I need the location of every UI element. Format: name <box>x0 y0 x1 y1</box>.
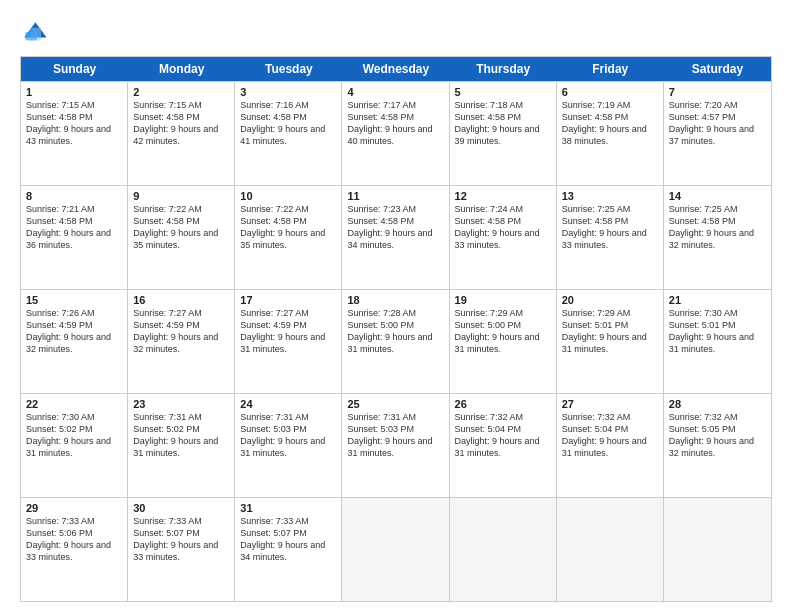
day-number: 24 <box>240 398 336 410</box>
day-number: 13 <box>562 190 658 202</box>
cell-info: Sunrise: 7:21 AMSunset: 4:58 PMDaylight:… <box>26 203 122 252</box>
calendar-cell: 10Sunrise: 7:22 AMSunset: 4:58 PMDayligh… <box>235 186 342 289</box>
cell-info: Sunrise: 7:18 AMSunset: 4:58 PMDaylight:… <box>455 99 551 148</box>
day-number: 1 <box>26 86 122 98</box>
calendar-row-4: 22Sunrise: 7:30 AMSunset: 5:02 PMDayligh… <box>21 393 771 497</box>
day-number: 22 <box>26 398 122 410</box>
calendar-cell: 18Sunrise: 7:28 AMSunset: 5:00 PMDayligh… <box>342 290 449 393</box>
calendar-cell: 25Sunrise: 7:31 AMSunset: 5:03 PMDayligh… <box>342 394 449 497</box>
calendar-cell: 15Sunrise: 7:26 AMSunset: 4:59 PMDayligh… <box>21 290 128 393</box>
day-number: 9 <box>133 190 229 202</box>
calendar-cell: 5Sunrise: 7:18 AMSunset: 4:58 PMDaylight… <box>450 82 557 185</box>
day-number: 26 <box>455 398 551 410</box>
day-number: 8 <box>26 190 122 202</box>
cell-info: Sunrise: 7:29 AMSunset: 5:00 PMDaylight:… <box>455 307 551 356</box>
cell-info: Sunrise: 7:29 AMSunset: 5:01 PMDaylight:… <box>562 307 658 356</box>
day-number: 14 <box>669 190 766 202</box>
calendar-cell: 23Sunrise: 7:31 AMSunset: 5:02 PMDayligh… <box>128 394 235 497</box>
cell-info: Sunrise: 7:25 AMSunset: 4:58 PMDaylight:… <box>669 203 766 252</box>
cell-info: Sunrise: 7:20 AMSunset: 4:57 PMDaylight:… <box>669 99 766 148</box>
day-number: 23 <box>133 398 229 410</box>
cell-info: Sunrise: 7:22 AMSunset: 4:58 PMDaylight:… <box>133 203 229 252</box>
calendar-cell: 28Sunrise: 7:32 AMSunset: 5:05 PMDayligh… <box>664 394 771 497</box>
cell-info: Sunrise: 7:22 AMSunset: 4:58 PMDaylight:… <box>240 203 336 252</box>
cell-info: Sunrise: 7:30 AMSunset: 5:01 PMDaylight:… <box>669 307 766 356</box>
day-number: 5 <box>455 86 551 98</box>
cell-info: Sunrise: 7:31 AMSunset: 5:02 PMDaylight:… <box>133 411 229 460</box>
day-number: 18 <box>347 294 443 306</box>
day-number: 27 <box>562 398 658 410</box>
header-day-monday: Monday <box>128 57 235 81</box>
calendar-row-5: 29Sunrise: 7:33 AMSunset: 5:06 PMDayligh… <box>21 497 771 601</box>
calendar-cell: 20Sunrise: 7:29 AMSunset: 5:01 PMDayligh… <box>557 290 664 393</box>
calendar-cell <box>342 498 449 601</box>
calendar-cell: 30Sunrise: 7:33 AMSunset: 5:07 PMDayligh… <box>128 498 235 601</box>
header-day-sunday: Sunday <box>21 57 128 81</box>
calendar-cell: 21Sunrise: 7:30 AMSunset: 5:01 PMDayligh… <box>664 290 771 393</box>
calendar-cell: 6Sunrise: 7:19 AMSunset: 4:58 PMDaylight… <box>557 82 664 185</box>
cell-info: Sunrise: 7:16 AMSunset: 4:58 PMDaylight:… <box>240 99 336 148</box>
day-number: 11 <box>347 190 443 202</box>
cell-info: Sunrise: 7:19 AMSunset: 4:58 PMDaylight:… <box>562 99 658 148</box>
cell-info: Sunrise: 7:32 AMSunset: 5:04 PMDaylight:… <box>562 411 658 460</box>
day-number: 7 <box>669 86 766 98</box>
day-number: 28 <box>669 398 766 410</box>
calendar-cell: 22Sunrise: 7:30 AMSunset: 5:02 PMDayligh… <box>21 394 128 497</box>
cell-info: Sunrise: 7:15 AMSunset: 4:58 PMDaylight:… <box>133 99 229 148</box>
calendar-cell: 24Sunrise: 7:31 AMSunset: 5:03 PMDayligh… <box>235 394 342 497</box>
cell-info: Sunrise: 7:33 AMSunset: 5:07 PMDaylight:… <box>133 515 229 564</box>
header-day-wednesday: Wednesday <box>342 57 449 81</box>
page: SundayMondayTuesdayWednesdayThursdayFrid… <box>0 0 792 612</box>
cell-info: Sunrise: 7:27 AMSunset: 4:59 PMDaylight:… <box>240 307 336 356</box>
cell-info: Sunrise: 7:23 AMSunset: 4:58 PMDaylight:… <box>347 203 443 252</box>
day-number: 31 <box>240 502 336 514</box>
day-number: 29 <box>26 502 122 514</box>
cell-info: Sunrise: 7:28 AMSunset: 5:00 PMDaylight:… <box>347 307 443 356</box>
logo <box>20 18 52 46</box>
day-number: 25 <box>347 398 443 410</box>
calendar-header: SundayMondayTuesdayWednesdayThursdayFrid… <box>21 57 771 81</box>
day-number: 6 <box>562 86 658 98</box>
calendar-cell: 17Sunrise: 7:27 AMSunset: 4:59 PMDayligh… <box>235 290 342 393</box>
calendar-cell: 13Sunrise: 7:25 AMSunset: 4:58 PMDayligh… <box>557 186 664 289</box>
header-day-saturday: Saturday <box>664 57 771 81</box>
calendar-cell: 11Sunrise: 7:23 AMSunset: 4:58 PMDayligh… <box>342 186 449 289</box>
day-number: 2 <box>133 86 229 98</box>
calendar-cell: 29Sunrise: 7:33 AMSunset: 5:06 PMDayligh… <box>21 498 128 601</box>
calendar-row-2: 8Sunrise: 7:21 AMSunset: 4:58 PMDaylight… <box>21 185 771 289</box>
calendar-cell <box>450 498 557 601</box>
day-number: 12 <box>455 190 551 202</box>
calendar-cell: 2Sunrise: 7:15 AMSunset: 4:58 PMDaylight… <box>128 82 235 185</box>
cell-info: Sunrise: 7:33 AMSunset: 5:06 PMDaylight:… <box>26 515 122 564</box>
cell-info: Sunrise: 7:17 AMSunset: 4:58 PMDaylight:… <box>347 99 443 148</box>
calendar-cell: 3Sunrise: 7:16 AMSunset: 4:58 PMDaylight… <box>235 82 342 185</box>
cell-info: Sunrise: 7:27 AMSunset: 4:59 PMDaylight:… <box>133 307 229 356</box>
cell-info: Sunrise: 7:25 AMSunset: 4:58 PMDaylight:… <box>562 203 658 252</box>
svg-rect-2 <box>26 32 37 40</box>
day-number: 3 <box>240 86 336 98</box>
day-number: 10 <box>240 190 336 202</box>
cell-info: Sunrise: 7:31 AMSunset: 5:03 PMDaylight:… <box>347 411 443 460</box>
calendar: SundayMondayTuesdayWednesdayThursdayFrid… <box>20 56 772 602</box>
calendar-cell: 27Sunrise: 7:32 AMSunset: 5:04 PMDayligh… <box>557 394 664 497</box>
calendar-cell: 8Sunrise: 7:21 AMSunset: 4:58 PMDaylight… <box>21 186 128 289</box>
cell-info: Sunrise: 7:32 AMSunset: 5:05 PMDaylight:… <box>669 411 766 460</box>
cell-info: Sunrise: 7:30 AMSunset: 5:02 PMDaylight:… <box>26 411 122 460</box>
day-number: 30 <box>133 502 229 514</box>
calendar-cell: 14Sunrise: 7:25 AMSunset: 4:58 PMDayligh… <box>664 186 771 289</box>
cell-info: Sunrise: 7:26 AMSunset: 4:59 PMDaylight:… <box>26 307 122 356</box>
calendar-body: 1Sunrise: 7:15 AMSunset: 4:58 PMDaylight… <box>21 81 771 601</box>
day-number: 19 <box>455 294 551 306</box>
day-number: 15 <box>26 294 122 306</box>
calendar-cell: 16Sunrise: 7:27 AMSunset: 4:59 PMDayligh… <box>128 290 235 393</box>
cell-info: Sunrise: 7:31 AMSunset: 5:03 PMDaylight:… <box>240 411 336 460</box>
cell-info: Sunrise: 7:32 AMSunset: 5:04 PMDaylight:… <box>455 411 551 460</box>
cell-info: Sunrise: 7:24 AMSunset: 4:58 PMDaylight:… <box>455 203 551 252</box>
calendar-cell: 1Sunrise: 7:15 AMSunset: 4:58 PMDaylight… <box>21 82 128 185</box>
day-number: 17 <box>240 294 336 306</box>
calendar-cell: 12Sunrise: 7:24 AMSunset: 4:58 PMDayligh… <box>450 186 557 289</box>
calendar-cell: 31Sunrise: 7:33 AMSunset: 5:07 PMDayligh… <box>235 498 342 601</box>
day-number: 21 <box>669 294 766 306</box>
logo-icon <box>20 18 48 46</box>
calendar-cell <box>557 498 664 601</box>
